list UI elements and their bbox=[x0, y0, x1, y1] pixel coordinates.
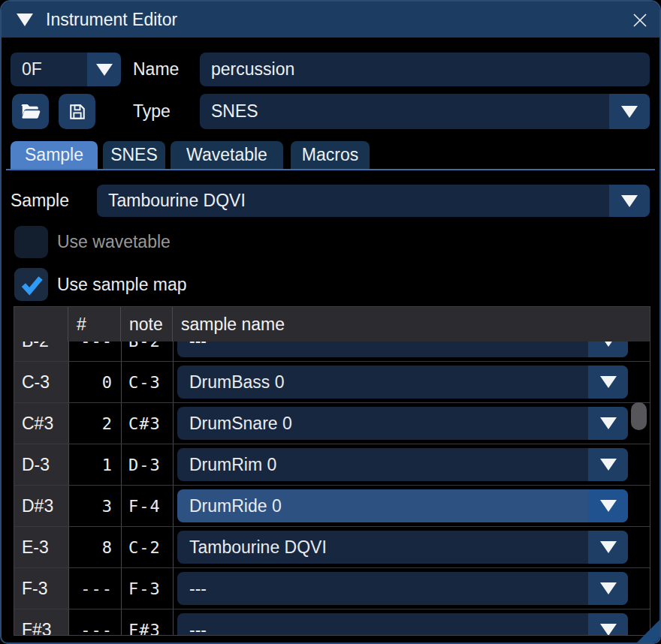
collapse-triangle-icon[interactable] bbox=[17, 14, 33, 26]
row-sample-combo[interactable]: --- bbox=[177, 572, 628, 605]
row-sample-number: 0 bbox=[69, 362, 113, 402]
header-key bbox=[14, 307, 68, 342]
row-key-label: E-3 bbox=[22, 527, 49, 567]
row-note-value: F-4 bbox=[128, 486, 161, 526]
row-sample-number: 8 bbox=[69, 527, 113, 567]
table-row: E-3 8 C-2 Tambourine DQVI bbox=[14, 527, 650, 568]
instrument-type-value: SNES bbox=[211, 101, 258, 122]
sample-map-rows: B-2 --- B-2 --- C-3 0 C-3 DrumBass 0 C#3… bbox=[14, 320, 650, 636]
use-sample-map-checkbox[interactable] bbox=[14, 268, 48, 301]
sample-map-header: # note sample name bbox=[14, 307, 650, 342]
row-key-label: D-3 bbox=[22, 444, 50, 485]
dropdown-arrow-icon bbox=[588, 448, 628, 481]
name-label: Name bbox=[133, 53, 179, 86]
row-sample-combo[interactable]: DrumRim 0 bbox=[177, 448, 628, 481]
row-sample-number: 3 bbox=[69, 486, 113, 526]
row-sample-name: DrumRide 0 bbox=[189, 496, 282, 516]
dropdown-arrow-icon bbox=[588, 613, 628, 636]
instrument-name-input[interactable]: percussion bbox=[200, 53, 650, 86]
dropdown-arrow-icon bbox=[588, 489, 628, 522]
type-label: Type bbox=[133, 94, 171, 129]
instrument-editor-window: Instrument Editor 0F Name percussion Typ… bbox=[0, 0, 661, 644]
row-note-value: C-2 bbox=[128, 527, 161, 567]
sample-label: Sample bbox=[11, 185, 69, 217]
table-row: D-3 1 D-3 DrumRim 0 bbox=[14, 444, 650, 486]
header-number: # bbox=[68, 307, 121, 342]
row-sample-combo[interactable]: Tambourine DQVI bbox=[177, 531, 628, 564]
dropdown-arrow-icon bbox=[588, 407, 628, 440]
row-sample-number: 2 bbox=[69, 403, 113, 444]
dropdown-arrow-icon bbox=[588, 366, 628, 399]
header-note: note bbox=[121, 307, 173, 342]
table-scrollbar-thumb[interactable] bbox=[631, 402, 647, 430]
tab-snes[interactable]: SNES bbox=[103, 141, 165, 169]
check-icon bbox=[19, 272, 44, 297]
close-button[interactable] bbox=[628, 8, 652, 32]
row-sample-name: DrumSnare 0 bbox=[189, 414, 292, 434]
row-key-label: D#3 bbox=[22, 486, 53, 526]
row-note-value: C#3 bbox=[128, 403, 161, 444]
table-row: C-3 0 C-3 DrumBass 0 bbox=[14, 362, 650, 403]
save-instrument-button[interactable] bbox=[59, 94, 95, 129]
row-key-label: F#3 bbox=[22, 609, 52, 636]
tab-bar-underline bbox=[6, 169, 655, 170]
sample-value: Tambourine DQVI bbox=[108, 191, 246, 211]
dropdown-arrow-icon bbox=[87, 53, 121, 86]
table-row: F-3 --- F-3 --- bbox=[14, 568, 650, 609]
row-key-label: C-3 bbox=[22, 362, 50, 402]
row-note-value: F#3 bbox=[128, 609, 161, 636]
table-row: D#3 3 F-4 DrumRide 0 bbox=[14, 486, 650, 527]
instrument-number-combo[interactable]: 0F bbox=[11, 53, 121, 86]
dropdown-arrow-icon bbox=[609, 185, 650, 217]
row-sample-number: --- bbox=[69, 568, 113, 609]
dropdown-arrow-icon bbox=[588, 531, 628, 564]
use-sample-map-label: Use sample map bbox=[57, 269, 187, 301]
row-note-value: C-3 bbox=[128, 362, 161, 402]
title-bar: Instrument Editor bbox=[2, 2, 659, 38]
row-note-value: D-3 bbox=[128, 444, 161, 485]
row-key-label: F-3 bbox=[22, 568, 48, 609]
tab-macros[interactable]: Macros bbox=[291, 141, 370, 169]
resize-grip[interactable] bbox=[637, 620, 659, 642]
tab-wavetable[interactable]: Wavetable bbox=[171, 141, 283, 169]
folder-open-icon bbox=[20, 101, 42, 123]
row-sample-name: DrumBass 0 bbox=[189, 372, 285, 393]
row-sample-combo[interactable]: DrumRide 0 bbox=[177, 489, 628, 522]
row-sample-name: --- bbox=[189, 620, 207, 636]
header-sample-name: sample name bbox=[173, 307, 650, 342]
sample-combo[interactable]: Tambourine DQVI bbox=[97, 185, 650, 217]
sample-map-table: B-2 --- B-2 --- C-3 0 C-3 DrumBass 0 C#3… bbox=[14, 306, 650, 636]
table-row: F#3 --- F#3 --- bbox=[14, 609, 650, 636]
row-key-label: C#3 bbox=[22, 403, 53, 444]
row-sample-combo[interactable]: --- bbox=[177, 613, 628, 636]
dropdown-arrow-icon bbox=[609, 94, 650, 129]
window-title: Instrument Editor bbox=[46, 10, 177, 30]
row-sample-name: --- bbox=[189, 579, 207, 599]
use-wavetable-label: Use wavetable bbox=[57, 226, 171, 258]
open-instrument-button[interactable] bbox=[12, 94, 49, 129]
table-row: C#3 2 C#3 DrumSnare 0 bbox=[14, 403, 650, 444]
close-x-icon bbox=[629, 9, 651, 32]
row-note-value: F-3 bbox=[128, 568, 161, 609]
row-sample-name: DrumRim 0 bbox=[189, 455, 276, 475]
row-sample-number: 1 bbox=[69, 444, 113, 485]
row-sample-combo[interactable]: DrumSnare 0 bbox=[177, 407, 628, 440]
row-sample-combo[interactable]: DrumBass 0 bbox=[177, 366, 628, 399]
tab-sample[interactable]: Sample bbox=[11, 141, 98, 169]
save-floppy-icon bbox=[67, 101, 88, 122]
use-wavetable-checkbox[interactable] bbox=[14, 226, 48, 258]
row-sample-name: Tambourine DQVI bbox=[189, 537, 327, 558]
row-sample-number: --- bbox=[69, 609, 113, 636]
instrument-number-value: 0F bbox=[11, 53, 87, 86]
instrument-type-combo[interactable]: SNES bbox=[200, 94, 650, 129]
dropdown-arrow-icon bbox=[588, 572, 628, 605]
